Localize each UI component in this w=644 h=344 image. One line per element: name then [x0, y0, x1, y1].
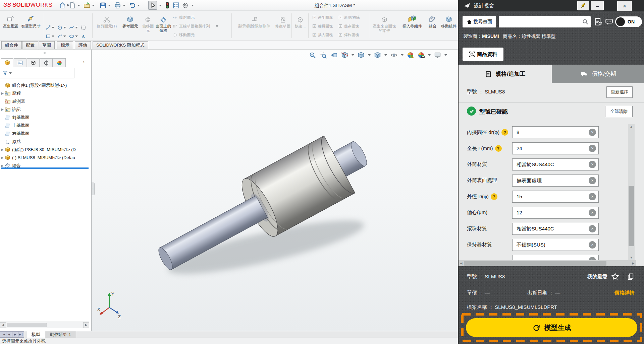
price-detail-link[interactable]: 價格詳情	[614, 290, 635, 296]
field-input-partial[interactable]: ×	[512, 255, 599, 260]
tab-motion-study[interactable]: 動作研究 1	[45, 331, 76, 338]
sketch-text-button[interactable]	[79, 32, 91, 41]
clear-field-icon[interactable]: ×	[589, 241, 596, 249]
field-input-cylinder-material[interactable]: 相當於SUS440C×	[512, 158, 599, 170]
help-icon[interactable]: ?	[491, 193, 497, 200]
expand-arrow-icon[interactable]: ▶	[0, 108, 5, 111]
field-input-length[interactable]: 24×	[512, 142, 599, 154]
open-document-icon[interactable]	[83, 2, 91, 9]
sketch-select-button[interactable]	[79, 23, 91, 32]
clear-field-icon[interactable]: ×	[589, 257, 596, 260]
tree-item-origin[interactable]: 原點	[0, 138, 91, 145]
tree-item-assembly-root[interactable]: 組合件1 (預設<顯示狀態-1>)	[0, 81, 91, 89]
generate-model-button[interactable]: 模型生成	[466, 318, 637, 337]
search-home-button[interactable]: 搜尋畫面	[463, 16, 496, 27]
scrollbar-thumb[interactable]	[7, 323, 47, 327]
offset-entities-button[interactable]: 偏移圖元	[141, 12, 155, 40]
minimize-button[interactable]: –	[591, 1, 604, 10]
comment-bubble-icon[interactable]	[605, 17, 613, 26]
chevron-down-icon[interactable]	[191, 5, 194, 6]
sketch-ellipse-button[interactable]	[68, 32, 79, 41]
tree-item-component-psfj8[interactable]: ▶(固定) PSFJ8-80_MISUMI<1> (D	[0, 146, 91, 153]
tab-dimxpert[interactable]	[40, 58, 53, 67]
tree-item-sensors[interactable]: 感測器	[0, 97, 91, 105]
move-entities-button[interactable]: 移動圖元	[172, 31, 195, 39]
scroll-right-icon[interactable]: ▶	[630, 262, 636, 265]
chevron-down-icon[interactable]	[63, 36, 66, 37]
sketch-spline-button[interactable]	[68, 23, 79, 32]
expand-arrow-icon[interactable]: ▶	[0, 148, 5, 151]
tab-price-delivery[interactable]: 價格/交期	[552, 65, 644, 83]
tree-item-top-plane[interactable]: 上基準面	[0, 122, 91, 129]
previous-view-icon[interactable]	[330, 51, 338, 59]
tree-horizontal-scrollbar[interactable]: ◀ ▶	[0, 322, 89, 328]
clear-field-icon[interactable]: ×	[589, 225, 596, 232]
chevron-down-icon[interactable]	[75, 27, 78, 28]
clear-field-icon[interactable]: ×	[589, 209, 596, 216]
chevron-down-icon[interactable]	[75, 36, 78, 37]
chevron-down-icon[interactable]	[137, 5, 140, 6]
display-delete-relations-button[interactable]: 顯示/刪除限制條件	[233, 12, 275, 40]
tree-filter[interactable]	[0, 68, 74, 78]
linear-pattern-button[interactable]: 直線草圖複製排列	[172, 22, 218, 30]
surface-offset-button[interactable]: 曲面上的偏移	[156, 12, 171, 40]
edit-appearance-icon[interactable]	[407, 51, 414, 59]
expand-arrow-icon[interactable]: ▶	[0, 164, 5, 167]
chevron-down-icon[interactable]	[384, 54, 387, 56]
scroll-left-icon[interactable]: ◀	[459, 262, 464, 265]
preview-toggle[interactable]: ON	[615, 16, 642, 27]
chevron-down-icon[interactable]	[92, 5, 95, 6]
next-tab-button[interactable]: ▶	[12, 331, 18, 338]
tree-item-annotations[interactable]: ▶註記	[0, 106, 91, 113]
view-orientation-icon[interactable]	[357, 51, 365, 59]
quick-snaps-button[interactable]: 快速...	[293, 12, 307, 40]
chevron-down-icon[interactable]	[52, 27, 54, 28]
tab-spec[interactable]: 規格/追加工	[459, 65, 552, 83]
zoom-area-icon[interactable]	[319, 51, 327, 59]
insert-block-button[interactable]: 插入圖塊	[312, 31, 333, 39]
clear-field-icon[interactable]: ×	[589, 177, 596, 184]
print-icon[interactable]	[114, 2, 121, 9]
chevron-down-icon[interactable]	[123, 5, 125, 6]
last-tab-button[interactable]: ▶❘	[18, 331, 24, 338]
save-block-button[interactable]: 儲存圖塊	[338, 22, 359, 30]
clear-field-icon[interactable]: ×	[589, 129, 596, 136]
properties-list-icon[interactable]	[172, 2, 180, 9]
options-gear-icon[interactable]	[181, 2, 189, 9]
scroll-down-icon[interactable]: ▼	[628, 255, 635, 260]
new-document-icon[interactable]	[69, 2, 76, 9]
rollback-bar[interactable]	[1, 167, 89, 169]
tab-layout[interactable]: 配置	[22, 41, 38, 49]
scrollbar-thumb[interactable]	[464, 261, 606, 266]
edit-block-button[interactable]: 編輯圖塊	[312, 22, 333, 30]
smart-dimension-button[interactable]: 智慧型尺寸	[19, 12, 42, 40]
traffic-light-icon[interactable]	[164, 2, 171, 9]
undo-icon[interactable]	[128, 2, 136, 9]
field-input-outer-dia[interactable]: 15×	[512, 191, 599, 203]
create-layout-button[interactable]: 產生配置	[2, 12, 19, 40]
save-icon[interactable]	[99, 2, 107, 9]
home-icon[interactable]	[59, 2, 66, 9]
panel-splitter-handle[interactable]: ‹	[92, 183, 95, 195]
tab-property-manager[interactable]	[14, 58, 26, 67]
scroll-right-button[interactable]: ▶	[83, 322, 89, 328]
chevron-down-icon[interactable]	[52, 36, 54, 37]
section-view-icon[interactable]	[341, 51, 348, 59]
tab-feature-tree[interactable]	[1, 58, 13, 67]
part-from-block-button[interactable]: 產生來自圖塊的零件	[371, 12, 398, 40]
mate-button[interactable]: 結合	[426, 12, 439, 40]
field-input-surface-treatment[interactable]: 無表面處理×	[512, 175, 599, 187]
trim-entities-button[interactable]: 修剪圖元(T)	[94, 12, 119, 40]
expand-arrow-icon[interactable]: ▶	[0, 156, 5, 159]
tab-addins[interactable]: SOLIDWORKS 附加程式	[93, 41, 148, 49]
search-input[interactable]	[499, 16, 591, 27]
repair-sketch-button[interactable]: 修復草圖	[275, 12, 290, 40]
sketch-arc-button[interactable]	[56, 32, 67, 41]
convert-entities-button[interactable]: 參考圖元	[120, 12, 140, 40]
graphics-viewport[interactable]: Y X Z	[92, 50, 458, 331]
expand-arrow-icon[interactable]: ▶	[0, 91, 5, 95]
field-input-eccentricity[interactable]: 12×	[512, 207, 599, 219]
close-button[interactable]: ×	[617, 1, 632, 11]
help-icon[interactable]: ?	[495, 145, 502, 152]
zoom-fit-icon[interactable]	[309, 51, 316, 59]
